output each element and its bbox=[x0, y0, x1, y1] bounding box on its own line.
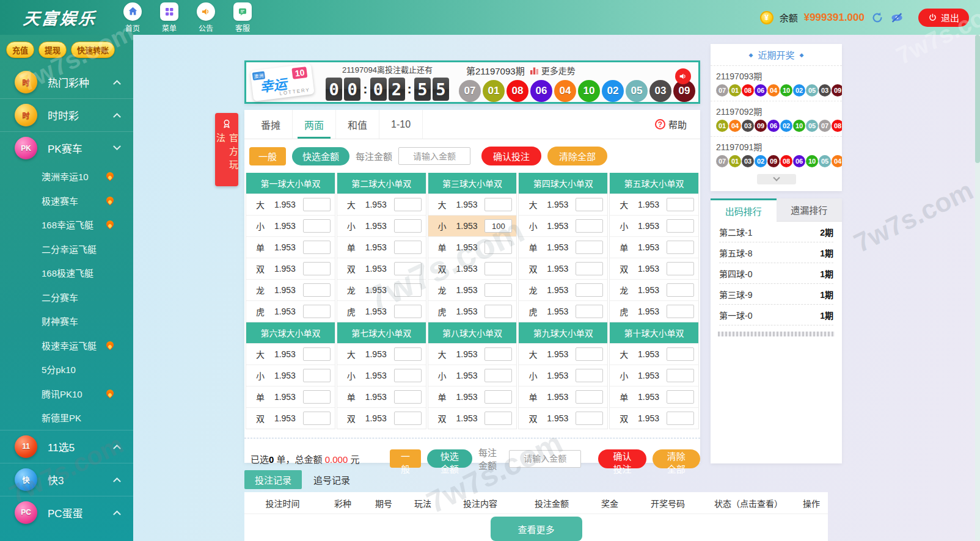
bet-cell[interactable]: 小1.953 bbox=[519, 215, 607, 236]
bet-amount-input[interactable] bbox=[576, 305, 603, 318]
sidebar-item-6[interactable]: 财神赛车 bbox=[0, 309, 133, 333]
view-more-button[interactable]: 查看更多 bbox=[491, 517, 582, 541]
bet-amount-input[interactable] bbox=[576, 262, 603, 275]
bet-cell[interactable]: 虎1.953 bbox=[337, 300, 426, 322]
bet-amount-input[interactable] bbox=[485, 412, 512, 425]
bet-cell[interactable]: 虎1.953 bbox=[519, 300, 607, 322]
official-play-ribbon[interactable]: 官方玩法 bbox=[215, 113, 238, 186]
bet-cell[interactable]: 双1.953 bbox=[610, 407, 698, 429]
eye-off-icon[interactable] bbox=[890, 11, 904, 24]
bet-cell[interactable]: 大1.953 bbox=[246, 343, 335, 365]
bet-tab-0[interactable]: 番摊 bbox=[249, 110, 293, 139]
bet-amount-input[interactable] bbox=[394, 305, 422, 318]
bet-amount-input[interactable] bbox=[303, 305, 331, 318]
scrollbar-thumb[interactable] bbox=[975, 35, 980, 163]
bet-cell[interactable]: 单1.953 bbox=[610, 236, 698, 258]
bet-cell[interactable]: 虎1.953 bbox=[428, 300, 517, 322]
sidebar-item-9[interactable]: 腾讯PK10 bbox=[0, 382, 133, 406]
general-button-bottom[interactable]: 一般 bbox=[390, 449, 420, 468]
bet-amount-input[interactable] bbox=[303, 198, 331, 211]
bet-amount-input[interactable] bbox=[303, 369, 331, 382]
sidebar-item-5[interactable]: 二分赛车 bbox=[0, 285, 133, 310]
sidebar-section-5[interactable]: PCPC蛋蛋 bbox=[0, 496, 133, 529]
sidebar-item-8[interactable]: 5分pk10 bbox=[0, 357, 133, 382]
sidebar-section-2[interactable]: PKPK赛车 bbox=[0, 131, 133, 164]
bet-amount-input[interactable] bbox=[394, 283, 422, 297]
sidebar-section-0[interactable]: 时热门彩种 bbox=[0, 65, 133, 98]
sidebar-item-0[interactable]: 澳洲幸运10 bbox=[0, 164, 133, 189]
bet-amount-input[interactable] bbox=[485, 262, 512, 275]
bet-amount-input[interactable] bbox=[576, 369, 603, 382]
quick-button-0[interactable]: 充值 bbox=[6, 42, 34, 58]
quick-amount-button-bottom[interactable]: 快选金额 bbox=[427, 449, 472, 468]
sidebar-item-2[interactable]: 168幸运飞艇 bbox=[0, 212, 133, 237]
bet-tab-1[interactable]: 两面 bbox=[293, 110, 336, 139]
bet-cell[interactable]: 双1.953 bbox=[246, 258, 335, 279]
sidebar-item-3[interactable]: 二分幸运飞艇 bbox=[0, 237, 133, 261]
bet-amount-input[interactable] bbox=[303, 283, 331, 297]
bet-amount-input[interactable] bbox=[303, 390, 331, 404]
bet-cell[interactable]: 小1.953 bbox=[428, 215, 517, 236]
clear-all-button-bottom[interactable]: 清除全部 bbox=[653, 449, 700, 468]
sidebar-section-4[interactable]: 快快3 bbox=[0, 463, 133, 496]
bet-amount-input[interactable] bbox=[485, 369, 512, 382]
bet-cell[interactable]: 龙1.953 bbox=[519, 279, 607, 300]
sidebar-item-10[interactable]: 新德里PK bbox=[0, 405, 133, 430]
bet-cell[interactable]: 龙1.953 bbox=[337, 279, 426, 300]
bet-cell[interactable]: 双1.953 bbox=[337, 258, 426, 279]
bet-cell[interactable]: 小1.953 bbox=[610, 365, 698, 386]
bet-amount-input[interactable] bbox=[394, 347, 422, 361]
bet-amount-input[interactable] bbox=[394, 262, 422, 275]
bet-amount-input[interactable] bbox=[303, 241, 331, 254]
record-tab-0[interactable]: 投注记录 bbox=[244, 470, 302, 489]
sidebar-item-4[interactable]: 168极速飞艇 bbox=[0, 261, 133, 285]
bet-amount-input[interactable] bbox=[303, 219, 331, 233]
bet-amount-input[interactable] bbox=[485, 198, 512, 211]
bet-amount-input[interactable] bbox=[303, 262, 331, 275]
bet-amount-input[interactable] bbox=[667, 262, 694, 275]
more-trends-link[interactable]: 更多走势 bbox=[530, 64, 576, 76]
nav-item-2[interactable]: 公告 bbox=[192, 2, 220, 33]
bet-cell[interactable]: 单1.953 bbox=[246, 386, 335, 407]
bet-amount-input[interactable] bbox=[667, 305, 694, 318]
bet-cell[interactable]: 小1.953 bbox=[246, 215, 335, 236]
nav-item-3[interactable]: 客服 bbox=[229, 2, 257, 33]
bet-amount-input[interactable] bbox=[576, 347, 603, 361]
page-scrollbar[interactable] bbox=[975, 35, 980, 541]
bet-cell[interactable]: 单1.953 bbox=[337, 386, 426, 407]
bet-cell[interactable]: 龙1.953 bbox=[610, 279, 698, 300]
record-tab-1[interactable]: 追号记录 bbox=[303, 470, 360, 489]
bet-cell[interactable]: 大1.953 bbox=[246, 194, 335, 215]
bet-amount-input[interactable] bbox=[485, 283, 512, 297]
logout-button[interactable]: 退出 bbox=[918, 9, 969, 27]
bet-cell[interactable]: 双1.953 bbox=[519, 407, 607, 429]
bet-cell[interactable]: 单1.953 bbox=[519, 236, 607, 258]
quick-button-1[interactable]: 提现 bbox=[38, 42, 67, 58]
bet-cell[interactable]: 双1.953 bbox=[519, 258, 607, 279]
bet-cell[interactable]: 单1.953 bbox=[610, 386, 698, 407]
bet-cell[interactable]: 小1.953 bbox=[246, 365, 335, 386]
bet-amount-input[interactable] bbox=[485, 390, 512, 404]
bet-tab-2[interactable]: 和值 bbox=[336, 110, 379, 139]
bet-cell[interactable]: 单1.953 bbox=[428, 386, 517, 407]
bet-cell[interactable]: 双1.953 bbox=[428, 407, 517, 429]
bet-amount-input[interactable] bbox=[394, 219, 422, 233]
bet-cell[interactable]: 双1.953 bbox=[428, 258, 517, 279]
bet-amount-input[interactable] bbox=[576, 283, 603, 297]
expand-draws-button[interactable] bbox=[757, 174, 796, 184]
bet-cell[interactable]: 小1.953 bbox=[428, 365, 517, 386]
bet-cell[interactable]: 单1.953 bbox=[428, 236, 517, 258]
bet-amount-input[interactable] bbox=[576, 198, 603, 211]
bet-amount-input[interactable] bbox=[576, 412, 603, 425]
bet-cell[interactable]: 虎1.953 bbox=[246, 300, 335, 322]
sound-icon[interactable] bbox=[675, 68, 691, 84]
quick-amount-button[interactable]: 快选金额 bbox=[292, 147, 349, 165]
sidebar-section-1[interactable]: 时时时彩 bbox=[0, 98, 133, 131]
quick-button-2[interactable]: 快速转账 bbox=[71, 42, 115, 58]
bet-cell[interactable]: 龙1.953 bbox=[428, 279, 517, 300]
bet-cell[interactable]: 龙1.953 bbox=[246, 279, 335, 300]
bet-cell[interactable]: 大1.953 bbox=[519, 343, 607, 365]
bet-amount-input[interactable] bbox=[667, 198, 694, 211]
bet-cell[interactable]: 大1.953 bbox=[610, 194, 698, 215]
bet-amount-input[interactable] bbox=[667, 412, 694, 425]
